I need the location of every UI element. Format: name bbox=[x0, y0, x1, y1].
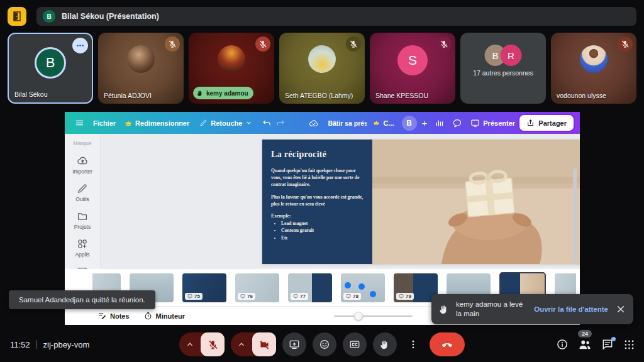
slide-title: La réciprocité bbox=[271, 150, 366, 160]
notification-message: kemy adamou a levé la main bbox=[456, 300, 528, 319]
canva-resize-button[interactable]: Redimensionner bbox=[125, 119, 189, 127]
screen-icon bbox=[240, 293, 245, 299]
activities-button[interactable] bbox=[623, 339, 635, 351]
slide-thumbnail[interactable]: 78 bbox=[341, 273, 385, 302]
retouch-label: Retouche bbox=[211, 119, 242, 127]
present-now-button[interactable] bbox=[282, 332, 306, 356]
folder-icon bbox=[77, 211, 88, 222]
meeting-info-button[interactable] bbox=[556, 338, 569, 351]
mic-toggle-button[interactable] bbox=[201, 332, 225, 356]
stopwatch-icon bbox=[143, 311, 153, 321]
canva-sidebar: Marque Importer Outils Projets Applis bbox=[65, 134, 101, 269]
resize-label: Redimensionner bbox=[135, 119, 189, 127]
canva-retouch-button[interactable]: Retouche bbox=[199, 119, 252, 127]
grid-icon bbox=[623, 339, 635, 351]
presenter-banner: B Bilal Sékou (Présentation) bbox=[36, 7, 636, 26]
sidebar-item-marque[interactable]: Marque bbox=[74, 140, 92, 146]
avatar: S bbox=[397, 45, 428, 75]
present-screen-icon bbox=[470, 118, 480, 128]
present-button[interactable]: Présenter bbox=[470, 118, 515, 128]
bar-chart-icon bbox=[435, 118, 444, 128]
reactions-button[interactable] bbox=[313, 332, 336, 356]
avatar bbox=[127, 45, 155, 73]
tile-options-button[interactable] bbox=[72, 38, 88, 53]
timer-button[interactable]: Minuteur bbox=[143, 311, 185, 321]
video-tile-kemy-adamou[interactable]: kemy adamou bbox=[189, 33, 274, 104]
sidebar-item-label: Importer bbox=[72, 168, 92, 175]
canva-premium-button[interactable]: C... bbox=[373, 119, 394, 127]
camera-options-button[interactable] bbox=[233, 332, 250, 356]
presentation-door-icon[interactable] bbox=[8, 7, 26, 26]
participants-button[interactable]: 24 bbox=[578, 337, 592, 351]
camera-toggle-button[interactable] bbox=[252, 332, 276, 356]
video-tile-shane-kpessou[interactable]: S Shane KPESSOU bbox=[370, 33, 455, 104]
notes-button[interactable]: Notes bbox=[97, 311, 130, 321]
participant-name: Pétunia ADJOVI bbox=[104, 92, 152, 99]
video-tile-vodounon-ulysse[interactable]: vodounon ulysse bbox=[551, 33, 636, 104]
slide-bullet: Lead magnet bbox=[281, 220, 366, 227]
cloud-check-icon bbox=[309, 118, 319, 128]
canvas-scrollbar[interactable] bbox=[573, 168, 577, 263]
sidebar-item-outils[interactable]: Outils bbox=[75, 183, 89, 202]
video-tile-bilal-sekou[interactable]: B Bilal Sékou bbox=[8, 33, 93, 104]
add-button[interactable]: + bbox=[422, 118, 428, 128]
current-slide[interactable]: La réciprocité Quand quelqu'un fait quel… bbox=[262, 140, 580, 264]
raise-hand-button[interactable] bbox=[373, 332, 397, 356]
timer-label: Minuteur bbox=[156, 312, 185, 320]
camera-control bbox=[231, 332, 276, 356]
people-icon bbox=[578, 337, 592, 351]
meeting-code: zij-pbey-vom bbox=[43, 340, 90, 349]
undo-button[interactable] bbox=[262, 118, 272, 128]
charts-button[interactable] bbox=[435, 118, 444, 128]
share-button[interactable]: Partager bbox=[519, 115, 574, 131]
slide-thumbnail[interactable]: 76 bbox=[235, 273, 279, 302]
cloud-sync-button[interactable] bbox=[309, 118, 319, 128]
hand-icon bbox=[380, 339, 391, 350]
mic-off-icon bbox=[208, 339, 218, 350]
open-queue-link[interactable]: Ouvrir la file d'attente bbox=[534, 305, 608, 313]
zoom-slider[interactable] bbox=[334, 315, 413, 317]
slide-paragraph: Quand quelqu'un fait quelque chose pour … bbox=[271, 167, 366, 188]
presenter-avatar: B bbox=[43, 10, 55, 23]
end-call-button[interactable] bbox=[430, 332, 465, 356]
video-tile-petunia-adjovi[interactable]: Pétunia ADJOVI bbox=[98, 33, 184, 104]
mic-off-icon bbox=[165, 36, 180, 52]
hand-icon bbox=[197, 90, 204, 97]
avatar bbox=[218, 45, 245, 73]
video-tile-other-participants[interactable]: B R 17 autres personnes bbox=[460, 33, 546, 104]
sidebar-item-projets[interactable]: Projets bbox=[74, 211, 91, 230]
mic-options-button[interactable] bbox=[182, 332, 198, 356]
captions-cc-icon bbox=[349, 339, 360, 350]
slide-thumbnail[interactable]: 75 bbox=[182, 273, 226, 302]
zoom-slider-knob[interactable] bbox=[354, 312, 363, 321]
share-label: Partager bbox=[538, 119, 567, 127]
video-tile-seth-ategbo[interactable]: Seth ATEGBO (Lahmy) bbox=[279, 33, 365, 104]
redo-button[interactable] bbox=[275, 118, 285, 128]
mic-control bbox=[179, 332, 225, 356]
design-title: Bâtir sa présen... bbox=[328, 119, 367, 127]
speech-bubble-icon bbox=[452, 118, 462, 128]
captions-button[interactable] bbox=[343, 332, 367, 356]
mic-off-icon bbox=[255, 36, 270, 52]
meeting-meta: 11:52 zij-pbey-vom bbox=[10, 340, 89, 349]
slide-bullet-list: Lead magnet Contenu gratuit Etc bbox=[281, 220, 366, 241]
bold-button[interactable]: B bbox=[402, 116, 417, 131]
more-options-button[interactable] bbox=[403, 332, 423, 356]
page-badge: 78 bbox=[343, 293, 361, 300]
page-badge: 75 bbox=[185, 293, 203, 300]
chat-button[interactable] bbox=[601, 338, 614, 351]
comments-button[interactable] bbox=[452, 118, 462, 128]
mic-off-icon bbox=[618, 36, 633, 52]
canva-file-button[interactable]: Fichier bbox=[93, 119, 116, 127]
sidebar-item-applis[interactable]: Applis bbox=[75, 238, 89, 258]
sidebar-item-importer[interactable]: Importer bbox=[72, 155, 92, 175]
canva-menu-button[interactable] bbox=[75, 118, 84, 128]
group-avatars: B R bbox=[485, 45, 522, 66]
meet-app-window: B Bilal Sékou (Présentation) B Bilal Sék… bbox=[0, 0, 644, 362]
mic-off-icon bbox=[346, 36, 361, 52]
close-notification-button[interactable] bbox=[616, 304, 626, 314]
slide-thumbnail[interactable]: 77 bbox=[288, 273, 332, 302]
undo-icon bbox=[262, 118, 272, 128]
premium-label: C... bbox=[383, 119, 394, 127]
sidebar-item-label: Applis bbox=[75, 251, 89, 258]
